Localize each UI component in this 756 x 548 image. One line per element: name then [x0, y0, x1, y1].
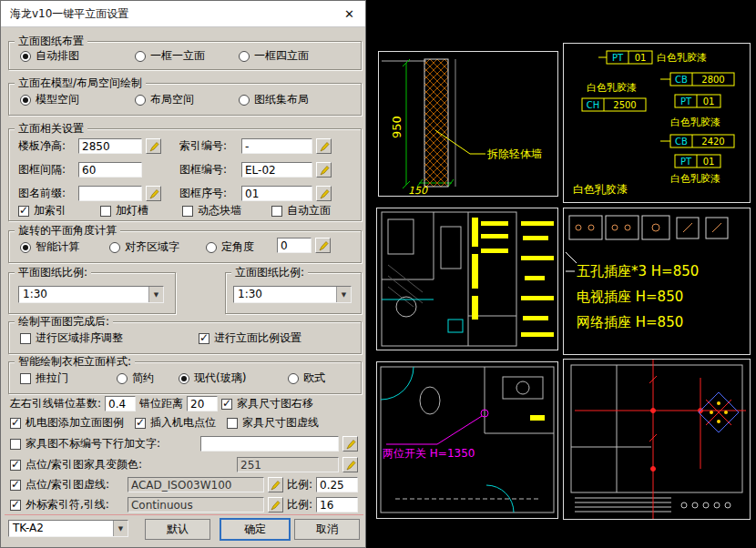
- checkbox-dynamic-block-wall[interactable]: 动态块墙: [182, 204, 241, 218]
- viewport-measured-plan[interactable]: [563, 359, 751, 520]
- index-number-input[interactable]: [241, 138, 312, 154]
- pick-from-drawing-button[interactable]: [268, 497, 283, 512]
- title-block-select[interactable]: TK-A2: [8, 520, 128, 537]
- checkbox-add-index[interactable]: 加索引: [18, 204, 66, 218]
- default-button[interactable]: 默认: [145, 519, 210, 540]
- viewport-wall-detail[interactable]: 950 拆除轻体墙 150: [378, 51, 558, 197]
- checkbox-elev-scale-setting[interactable]: 进行立面比例设置: [199, 331, 301, 345]
- leader-linetype-input[interactable]: [128, 497, 264, 512]
- viewport-socket-legend[interactable]: 五孔插座*3 H=850 电视插座 H=850 网络插座 H=850: [563, 208, 751, 355]
- radio-style-modern-glass[interactable]: 现代(玻璃): [179, 371, 246, 385]
- plan-scale-select[interactable]: 1:30: [18, 286, 164, 303]
- cancel-button[interactable]: 取消: [294, 519, 360, 540]
- dashed-scale-input[interactable]: [316, 477, 358, 492]
- dialog-titlebar[interactable]: 海龙v10一键平立面设置 ✕: [1, 1, 365, 27]
- added-text-input[interactable]: [200, 436, 339, 452]
- radio-one-frame-four-elev[interactable]: 一框四立面: [239, 49, 309, 63]
- radio-fixed-angle[interactable]: 定角度: [206, 240, 254, 254]
- finish-tag: CB 2420: [670, 135, 734, 147]
- elev-scale-select[interactable]: 1:30: [233, 286, 352, 303]
- pick-from-drawing-button[interactable]: [316, 186, 332, 201]
- checkbox-label: 家具尺寸图虚线: [242, 415, 319, 431]
- cad-drawing-area[interactable]: 950 拆除轻体墙 150: [366, 0, 756, 548]
- tag-code: CB: [675, 137, 688, 147]
- pick-from-drawing-button[interactable]: [146, 186, 161, 201]
- group-elevation-settings-label: 立面相关设置: [15, 122, 87, 135]
- field-label: 索引编号:: [179, 138, 238, 154]
- tag-value: 01: [703, 157, 715, 167]
- offset-distance-input[interactable]: [187, 396, 218, 411]
- pick-from-drawing-button[interactable]: [316, 138, 332, 154]
- field-label: 左右引线错位基数:: [10, 396, 101, 411]
- radio-one-frame-one-elev[interactable]: 一框一立面: [135, 49, 205, 63]
- vertical-dimension-text: 950: [390, 116, 404, 138]
- tag-code: CH: [587, 100, 600, 110]
- viewport-finish-tags[interactable]: PT 01 白色乳胶漆 CB 2800 白色乳胶漆 PT 01: [563, 43, 751, 203]
- radio-model-space[interactable]: 模型空间: [20, 93, 79, 107]
- tag-value: 2500: [613, 100, 636, 110]
- checkbox-mech-add-elev-legend[interactable]: 机电图添加立面图例: [10, 416, 124, 430]
- offset-base-input[interactable]: [105, 396, 136, 411]
- checkbox-region-sort-adjust[interactable]: 进行区域排序调整: [20, 331, 123, 345]
- radio-smart-compute[interactable]: 智能计算: [20, 240, 79, 254]
- checkbox-sliding-door[interactable]: 推拉门: [20, 371, 68, 385]
- direction-diamond: [699, 392, 739, 432]
- checkbox-add-light-trough[interactable]: 加灯槽: [100, 204, 148, 218]
- floor-clear-height-input[interactable]: [78, 138, 142, 154]
- socket-pins: [576, 223, 721, 232]
- pick-from-drawing-button[interactable]: [342, 457, 358, 472]
- radio-label: 一框一立面: [150, 48, 205, 64]
- leader-linetype-row: 外标索引符,引线: 比例:: [10, 497, 358, 512]
- group-draw-space: 立面在模型/布局空间绘制 模型空间 布局空间 图纸集布局: [8, 83, 362, 116]
- radio-align-region-text[interactable]: 对齐区域字: [109, 240, 179, 254]
- checkbox-furniture-dim-dashed[interactable]: 家具尺寸图虚线: [227, 416, 319, 430]
- paint-label: 白色乳胶漆: [670, 173, 720, 185]
- pick-from-drawing-button[interactable]: [146, 138, 161, 154]
- switch-note-text: 两位开关 H=1350: [383, 447, 475, 460]
- viewport-switch-plan[interactable]: 两位开关 H=1350: [376, 361, 558, 519]
- radio-style-simple[interactable]: 简约: [117, 371, 154, 385]
- radio-indicator: [206, 242, 217, 253]
- switch-annotation: [386, 410, 488, 444]
- elev-scale-label: 立面图纸比例:: [231, 266, 308, 279]
- close-icon[interactable]: ✕: [342, 7, 356, 21]
- group-plan-scale: 平面图纸比例: 1:30: [8, 272, 176, 314]
- group-draw-space-label: 立面在模型/布局空间绘制: [15, 76, 146, 89]
- color-index-input[interactable]: [237, 457, 339, 472]
- chevron-down-icon[interactable]: [113, 521, 128, 536]
- leader-scale-input[interactable]: [316, 497, 358, 512]
- chevron-down-icon[interactable]: [336, 287, 351, 302]
- ok-button[interactable]: 确定: [220, 518, 291, 541]
- pick-from-drawing-button[interactable]: [315, 238, 331, 253]
- dashed-linetype-input[interactable]: [128, 477, 264, 492]
- checkbox-auto-elevation[interactable]: 自动立面: [271, 204, 331, 218]
- pencil-icon: [270, 480, 281, 491]
- radio-label: 自动排图: [36, 48, 79, 64]
- pick-from-drawing-button[interactable]: [316, 162, 332, 178]
- checkbox-index-furniture-color[interactable]: 点位/索引图家具变颜色:: [10, 458, 142, 472]
- frame-serial-input[interactable]: [241, 186, 312, 201]
- sheet-name-prefix-input[interactable]: [78, 186, 142, 201]
- checkbox-outer-index-leader[interactable]: 外标索引符,引线:: [10, 498, 109, 512]
- fixture-highlight: [530, 415, 545, 421]
- pick-from-drawing-button[interactable]: [342, 436, 358, 452]
- radio-indicator: [20, 242, 31, 253]
- finish-tag: CB 2800: [670, 73, 734, 86]
- radio-auto-arrange[interactable]: 自动排图: [20, 49, 79, 63]
- chevron-down-icon[interactable]: [148, 287, 163, 302]
- frame-gap-input[interactable]: [78, 162, 142, 178]
- checkbox-insert-mech-points[interactable]: 插入机电点位: [135, 416, 216, 430]
- checkbox-furniture-dim-right-shift[interactable]: 家具尺寸图右移: [221, 397, 313, 411]
- checkbox-index-dashed[interactable]: 点位/索引图虚线:: [10, 478, 109, 492]
- checkbox-no-number-add-text[interactable]: 家具图不标编号下行加文字:: [10, 437, 160, 451]
- field-label: 图框序号:: [179, 186, 238, 201]
- group-rotation-angle: 旋转的平面角度计算 智能计算 对齐区域字 定角度: [8, 230, 362, 263]
- radio-style-european[interactable]: 欧式: [288, 371, 325, 385]
- frame-number-input[interactable]: [241, 162, 312, 178]
- angle-input[interactable]: [277, 238, 312, 253]
- radio-layout-space[interactable]: 布局空间: [135, 93, 194, 107]
- pick-from-drawing-button[interactable]: [268, 477, 283, 492]
- radio-sheetset-layout[interactable]: 图纸集布局: [239, 93, 309, 107]
- mech-options-row: 机电图添加立面图例 插入机电点位 家具尺寸图虚线: [10, 416, 358, 430]
- viewport-furniture-plan[interactable]: [376, 208, 558, 350]
